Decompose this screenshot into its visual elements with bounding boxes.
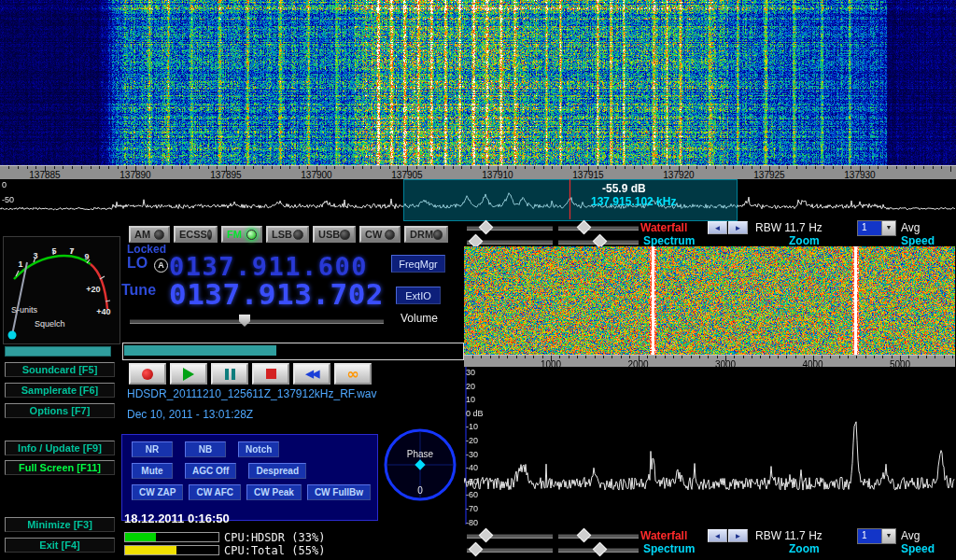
freq-ruler-tick	[118, 166, 119, 169]
menu-button-samplerate[interactable]: Samplerate [F6]	[5, 383, 115, 398]
lo-a-badge-icon[interactable]: A	[154, 259, 168, 273]
volume-slider-thumb[interactable]	[239, 315, 250, 327]
dsp-button-mute[interactable]: Mute	[132, 463, 173, 479]
freq-ruler-tick	[362, 166, 363, 169]
freq-ruler-tick	[851, 166, 851, 169]
waterfall-brightness-slider[interactable]	[467, 222, 553, 231]
audio-ruler-tick	[499, 356, 499, 358]
audio-ruler-tick	[708, 356, 709, 358]
waterfall-contrast-slider-thumb[interactable]	[576, 528, 591, 543]
mode-button-drm[interactable]: DRM	[404, 226, 448, 243]
avg-select[interactable]: 1▼	[857, 220, 896, 236]
audio-spectrum-display[interactable]: 3020100 dB-10-20-30-40-50-60-70-80	[464, 367, 955, 525]
pause-button[interactable]	[211, 363, 248, 385]
waterfall-contrast-slider[interactable]	[558, 222, 639, 231]
audio-ruler-tick	[918, 356, 919, 358]
spectrum-range-slider-thumb[interactable]	[592, 542, 607, 557]
spectrum-range-slider[interactable]	[558, 544, 639, 553]
audio-ruler-tick	[490, 356, 491, 358]
freq-ruler-tick	[896, 166, 897, 169]
db-scale-label: 30	[466, 368, 475, 377]
play-button[interactable]	[170, 363, 207, 385]
menu-button-full-screen[interactable]: Full Screen [F11]	[5, 460, 115, 475]
waterfall-brightness-slider-thumb[interactable]	[479, 528, 494, 543]
menu-button-exit[interactable]: Exit [F4]	[5, 538, 115, 553]
freq-ruler-tick	[842, 166, 843, 169]
zoom-out-button[interactable]: ◄	[708, 221, 727, 234]
waterfall-contrast-slider-track	[558, 534, 639, 539]
spectrum-range-slider[interactable]	[558, 236, 639, 245]
loop-button[interactable]: ∞	[334, 363, 372, 385]
freq-ruler-tick	[642, 166, 643, 169]
audio-ruler-tick	[542, 356, 543, 358]
passband-indicator[interactable]	[122, 343, 464, 360]
mode-button-lsb[interactable]: LSB	[266, 226, 309, 243]
waterfall-contrast-slider-track	[558, 226, 639, 231]
waterfall-contrast-slider-thumb[interactable]	[576, 220, 591, 235]
dsp-button-nr[interactable]: NR	[132, 441, 173, 457]
tune-frequency-display[interactable]: 0137.913.702	[169, 277, 384, 311]
waterfall-brightness-slider-thumb[interactable]	[479, 220, 494, 235]
mode-button-usb[interactable]: USB	[313, 226, 356, 243]
mode-button-cw[interactable]: CW	[359, 226, 401, 243]
menu-button-minimize[interactable]: Minimize [F3]	[5, 517, 115, 532]
freqmgr-button[interactable]: FreqMgr	[391, 255, 445, 273]
dsp-button-cw-afc[interactable]: CW AFC	[189, 484, 241, 500]
waterfall-brightness-slider[interactable]	[467, 530, 553, 539]
mode-led-icon	[293, 230, 303, 240]
dsp-button-cw-zap[interactable]: CW ZAP	[132, 484, 183, 500]
menu-button-soundcard[interactable]: Soundcard [F5]	[5, 362, 115, 377]
passband-selection[interactable]: -55.9 dB 137.915.102 kHz	[403, 179, 738, 221]
mode-label: AM	[134, 229, 150, 240]
spectrum-level-slider[interactable]	[467, 236, 553, 245]
overview-spectrum[interactable]: 0 -50 -55.9 dB 137.915.102 kHz	[0, 179, 956, 219]
squelch-level-bar[interactable]	[5, 346, 111, 357]
record-button[interactable]	[129, 363, 166, 385]
dsp-button-cw-fullbw[interactable]: CW FullBw	[307, 484, 371, 500]
zoom-in-button[interactable]: ►	[728, 529, 748, 542]
avg-select-arrow-icon[interactable]: ▼	[881, 221, 895, 235]
right-controls-bottom: Waterfall◄►RBW 11.7 Hz1▼AvgSpectrumZoomS…	[463, 528, 956, 556]
zoom-in-button[interactable]: ►	[728, 221, 748, 234]
freq-ruler-tick	[471, 166, 471, 169]
freq-ruler-tick	[434, 166, 435, 169]
volume-slider[interactable]	[130, 319, 384, 324]
freq-ruler-tick	[906, 166, 907, 169]
audio-ruler-tick	[952, 356, 953, 358]
mode-button-row: AMECSSFMLSBUSBCWDRM	[129, 226, 448, 243]
dsp-button-cw-peak[interactable]: CW Peak	[246, 484, 302, 500]
waterfall-label: Waterfall	[640, 529, 687, 542]
s-meter-scale-value: 3	[33, 251, 37, 260]
mode-button-ecss[interactable]: ECSS	[174, 226, 218, 243]
zoom-out-button[interactable]: ◄	[708, 529, 727, 542]
cpu-total-text: CPU:Total (55%)	[224, 544, 325, 557]
dsp-button-agc-off[interactable]: AGC Off	[185, 463, 236, 479]
audio-ruler-tick	[908, 356, 909, 358]
stop-button[interactable]	[252, 363, 289, 385]
phase-scope: Phase 0	[377, 420, 463, 511]
avg-select[interactable]: 1▼	[857, 528, 896, 544]
mode-button-fm[interactable]: FM	[221, 226, 262, 243]
spectrum-level-slider-thumb[interactable]	[469, 542, 484, 557]
avg-select-arrow-icon[interactable]: ▼	[881, 529, 895, 543]
rewind-button[interactable]: ◀◀	[293, 363, 330, 385]
signal-level-readout: -55.9 dB	[602, 182, 646, 195]
dsp-button-nb[interactable]: NB	[185, 441, 226, 457]
tune-label: Tune	[121, 282, 156, 299]
audio-frequency-ruler[interactable]: 10002000300040005000	[464, 355, 955, 368]
extio-button[interactable]: ExtIO	[396, 287, 441, 304]
frequency-ruler[interactable]: 1378851378901378951379001379051379101379…	[0, 165, 956, 180]
avg-label: Avg	[901, 221, 920, 234]
db-scale-label: -10	[466, 422, 478, 431]
dsp-button-despread[interactable]: Despread	[248, 463, 306, 479]
dsp-button-notch[interactable]: Notch	[238, 441, 279, 457]
mode-button-am[interactable]: AM	[129, 226, 170, 243]
s-meter-scale-value: 9	[84, 252, 89, 261]
menu-button-options[interactable]: Options [F7]	[5, 403, 115, 418]
main-waterfall-display[interactable]	[0, 0, 956, 165]
waterfall-contrast-slider[interactable]	[558, 530, 639, 539]
audio-ruler-tick	[595, 356, 596, 358]
menu-button-info-update[interactable]: Info / Update [F9]	[5, 441, 115, 455]
spectrum-level-slider[interactable]	[467, 544, 553, 553]
audio-waterfall-display[interactable]	[464, 246, 955, 355]
